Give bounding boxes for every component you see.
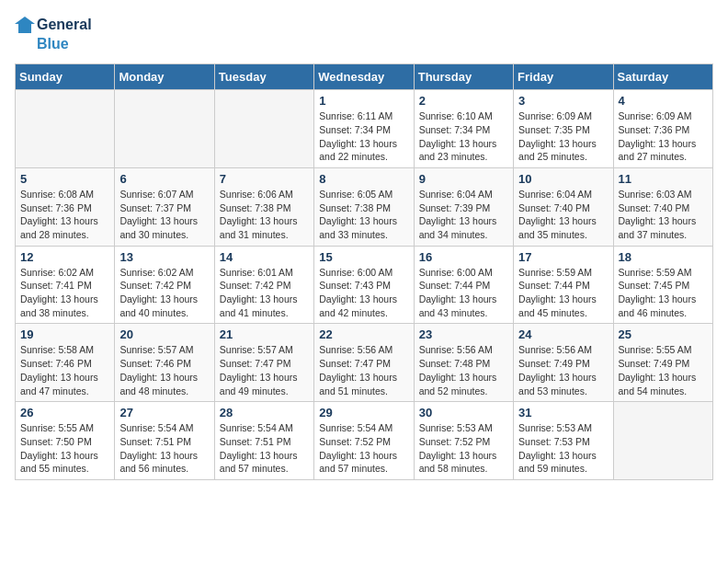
weekday-header-monday: Monday [115,64,214,90]
calendar-cell: 8Sunrise: 6:05 AM Sunset: 7:38 PM Daylig… [314,167,414,246]
calendar-cell: 21Sunrise: 5:57 AM Sunset: 7:47 PM Dayli… [214,324,313,402]
day-number: 17 [518,250,608,264]
calendar-cell: 23Sunrise: 5:56 AM Sunset: 7:48 PM Dayli… [414,324,513,402]
day-number: 9 [419,172,508,186]
week-row-4: 19Sunrise: 5:58 AM Sunset: 7:46 PM Dayli… [16,324,713,402]
day-number: 5 [20,172,109,186]
day-number: 3 [518,94,608,108]
day-info: Sunrise: 6:11 AM Sunset: 7:34 PM Dayligh… [319,109,408,164]
calendar-cell [613,402,712,480]
day-number: 26 [20,406,109,419]
day-info: Sunrise: 5:54 AM Sunset: 7:52 PM Dayligh… [319,421,408,476]
day-number: 24 [518,327,608,341]
day-info: Sunrise: 6:05 AM Sunset: 7:38 PM Dayligh… [319,188,408,242]
calendar-cell: 25Sunrise: 5:55 AM Sunset: 7:49 PM Dayli… [613,324,712,402]
week-row-2: 5Sunrise: 6:08 AM Sunset: 7:36 PM Daylig… [16,167,713,246]
calendar-cell: 7Sunrise: 6:06 AM Sunset: 7:38 PM Daylig… [214,167,313,246]
day-number: 14 [220,250,309,264]
calendar-cell: 16Sunrise: 6:00 AM Sunset: 7:44 PM Dayli… [414,246,513,324]
day-number: 20 [119,327,209,341]
weekday-header-saturday: Saturday [613,64,712,90]
logo: General Blue [15,15,92,52]
day-info: Sunrise: 6:08 AM Sunset: 7:36 PM Dayligh… [20,188,109,242]
calendar-cell: 17Sunrise: 5:59 AM Sunset: 7:44 PM Dayli… [514,246,613,324]
day-number: 23 [419,327,508,341]
calendar-cell: 27Sunrise: 5:54 AM Sunset: 7:51 PM Dayli… [115,402,214,480]
day-info: Sunrise: 5:54 AM Sunset: 7:51 PM Dayligh… [220,421,309,476]
calendar-cell: 1Sunrise: 6:11 AM Sunset: 7:34 PM Daylig… [314,90,414,168]
day-number: 6 [119,172,209,186]
day-number: 19 [20,327,109,341]
day-info: Sunrise: 6:02 AM Sunset: 7:41 PM Dayligh… [20,266,109,320]
day-number: 2 [419,94,508,108]
day-info: Sunrise: 5:59 AM Sunset: 7:45 PM Dayligh… [619,266,708,320]
day-number: 29 [319,406,408,419]
calendar-cell: 13Sunrise: 6:02 AM Sunset: 7:42 PM Dayli… [115,246,214,324]
logo-text-blue: Blue [37,35,92,52]
day-info: Sunrise: 5:58 AM Sunset: 7:46 PM Dayligh… [20,343,109,397]
day-info: Sunrise: 6:10 AM Sunset: 7:34 PM Dayligh… [419,109,508,164]
calendar-cell: 30Sunrise: 5:53 AM Sunset: 7:52 PM Dayli… [414,402,513,480]
calendar-cell: 12Sunrise: 6:02 AM Sunset: 7:41 PM Dayli… [16,246,115,324]
calendar-cell: 5Sunrise: 6:08 AM Sunset: 7:36 PM Daylig… [16,167,115,246]
weekday-header-thursday: Thursday [414,64,513,90]
day-number: 21 [220,327,309,341]
logo-bird-icon [15,15,35,35]
day-info: Sunrise: 5:56 AM Sunset: 7:48 PM Dayligh… [419,343,508,397]
day-number: 13 [119,250,209,264]
day-number: 16 [419,250,508,264]
day-info: Sunrise: 5:57 AM Sunset: 7:46 PM Dayligh… [119,343,209,397]
day-number: 10 [518,172,608,186]
calendar-cell: 9Sunrise: 6:04 AM Sunset: 7:39 PM Daylig… [414,167,513,246]
day-info: Sunrise: 5:57 AM Sunset: 7:47 PM Dayligh… [220,343,309,397]
calendar-cell [214,90,313,168]
calendar-cell: 22Sunrise: 5:56 AM Sunset: 7:47 PM Dayli… [314,324,414,402]
day-info: Sunrise: 5:54 AM Sunset: 7:51 PM Dayligh… [119,421,209,476]
calendar-cell: 24Sunrise: 5:56 AM Sunset: 7:49 PM Dayli… [514,324,613,402]
day-info: Sunrise: 6:03 AM Sunset: 7:40 PM Dayligh… [619,188,708,242]
day-info: Sunrise: 6:00 AM Sunset: 7:44 PM Dayligh… [419,266,508,320]
day-info: Sunrise: 6:00 AM Sunset: 7:43 PM Dayligh… [319,266,408,320]
calendar-cell: 31Sunrise: 5:53 AM Sunset: 7:53 PM Dayli… [514,402,613,480]
day-number: 31 [518,406,608,419]
day-info: Sunrise: 5:56 AM Sunset: 7:47 PM Dayligh… [319,343,408,397]
calendar-cell: 29Sunrise: 5:54 AM Sunset: 7:52 PM Dayli… [314,402,414,480]
calendar-cell: 20Sunrise: 5:57 AM Sunset: 7:46 PM Dayli… [115,324,214,402]
weekday-header-sunday: Sunday [16,64,115,90]
svg-marker-0 [15,17,35,33]
day-info: Sunrise: 6:02 AM Sunset: 7:42 PM Dayligh… [119,266,209,320]
weekday-header-friday: Friday [514,64,613,90]
calendar-cell: 15Sunrise: 6:00 AM Sunset: 7:43 PM Dayli… [314,246,414,324]
day-number: 7 [220,172,309,186]
day-number: 30 [419,406,508,419]
calendar-cell: 26Sunrise: 5:55 AM Sunset: 7:50 PM Dayli… [16,402,115,480]
weekday-header-wednesday: Wednesday [314,64,414,90]
day-number: 8 [319,172,408,186]
calendar-cell: 6Sunrise: 6:07 AM Sunset: 7:37 PM Daylig… [115,167,214,246]
logo-text-general: General [37,16,92,33]
day-info: Sunrise: 5:53 AM Sunset: 7:52 PM Dayligh… [419,421,508,476]
day-info: Sunrise: 6:09 AM Sunset: 7:36 PM Dayligh… [619,109,708,164]
week-row-5: 26Sunrise: 5:55 AM Sunset: 7:50 PM Dayli… [16,402,713,480]
day-number: 12 [20,250,109,264]
weekday-header-tuesday: Tuesday [214,64,313,90]
page-header: General Blue [15,15,713,52]
day-info: Sunrise: 6:01 AM Sunset: 7:42 PM Dayligh… [220,266,309,320]
day-number: 27 [119,406,209,419]
calendar-cell: 10Sunrise: 6:04 AM Sunset: 7:40 PM Dayli… [514,167,613,246]
day-info: Sunrise: 5:55 AM Sunset: 7:50 PM Dayligh… [20,421,109,476]
day-info: Sunrise: 6:07 AM Sunset: 7:37 PM Dayligh… [119,188,209,242]
day-number: 28 [220,406,309,419]
calendar-cell: 14Sunrise: 6:01 AM Sunset: 7:42 PM Dayli… [214,246,313,324]
day-info: Sunrise: 6:06 AM Sunset: 7:38 PM Dayligh… [220,188,309,242]
logo-container: General Blue [15,15,92,52]
day-info: Sunrise: 6:09 AM Sunset: 7:35 PM Dayligh… [518,109,608,164]
calendar-cell [115,90,214,168]
day-number: 11 [619,172,708,186]
calendar-cell: 4Sunrise: 6:09 AM Sunset: 7:36 PM Daylig… [613,90,712,168]
calendar-table: SundayMondayTuesdayWednesdayThursdayFrid… [15,63,713,480]
day-number: 18 [619,250,708,264]
calendar-cell: 11Sunrise: 6:03 AM Sunset: 7:40 PM Dayli… [613,167,712,246]
day-number: 4 [619,94,708,108]
calendar-cell: 3Sunrise: 6:09 AM Sunset: 7:35 PM Daylig… [514,90,613,168]
